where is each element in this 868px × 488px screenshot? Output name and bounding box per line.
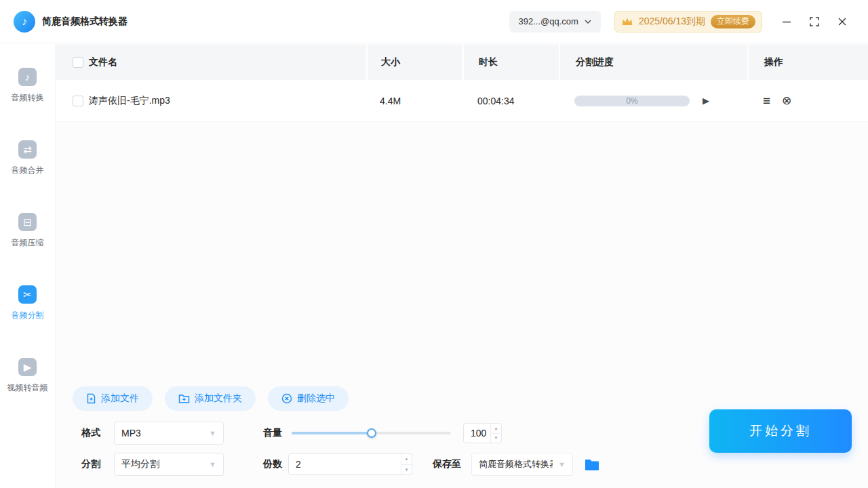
format-value: MP3 bbox=[121, 428, 141, 439]
window-controls bbox=[781, 16, 848, 27]
progress-bar: 0% bbox=[574, 96, 690, 106]
title-bar: ♪ 简鹿音频格式转换器 392...@qq.com 2025/06/13到期 立… bbox=[0, 0, 868, 43]
delete-selected-label: 删除选中 bbox=[297, 392, 335, 405]
sidebar-item-label: 音频压缩 bbox=[12, 237, 44, 249]
chevron-down-icon bbox=[585, 20, 591, 24]
file-size: 4.4M bbox=[380, 96, 401, 106]
account-dropdown[interactable]: 392...@qq.com bbox=[509, 11, 601, 33]
chevron-down-icon: ▼ bbox=[558, 460, 566, 468]
menu-icon[interactable]: ≡ bbox=[763, 94, 770, 108]
sidebar-item-label: 视频转音频 bbox=[7, 382, 48, 394]
spinner-up-icon[interactable]: ▲ bbox=[401, 454, 412, 464]
close-button[interactable] bbox=[837, 16, 848, 27]
volume-slider-fill bbox=[292, 432, 372, 434]
music-note-icon: ♪ bbox=[18, 68, 37, 86]
add-folder-label: 添加文件夹 bbox=[195, 392, 242, 405]
file-duration: 00:04:34 bbox=[477, 96, 515, 106]
volume-label: 音量 bbox=[263, 427, 282, 439]
compress-icon: ⊟ bbox=[18, 213, 37, 231]
renew-button[interactable]: 立即续费 bbox=[711, 15, 755, 28]
sidebar-item-label: 音频合并 bbox=[12, 165, 44, 176]
parts-input[interactable] bbox=[289, 454, 412, 474]
circle-x-icon bbox=[281, 393, 292, 404]
volume-spinner: ▲ ▼ bbox=[490, 424, 501, 443]
column-header-size: 大小 bbox=[381, 56, 400, 68]
sidebar-item-audio-split[interactable]: ✂ 音频分割 bbox=[12, 285, 44, 321]
add-file-label: 添加文件 bbox=[101, 392, 139, 405]
minimize-button[interactable] bbox=[781, 16, 792, 27]
add-file-button[interactable]: 添加文件 bbox=[73, 386, 153, 411]
spinner-down-icon[interactable]: ▼ bbox=[491, 433, 501, 443]
parts-spinner: ▲ ▼ bbox=[401, 454, 412, 474]
folder-icon bbox=[585, 459, 599, 470]
column-header-actions: 操作 bbox=[764, 56, 783, 68]
crown-icon bbox=[621, 17, 633, 26]
browse-folder-button[interactable] bbox=[585, 459, 599, 470]
sidebar-item-audio-convert[interactable]: ♪ 音频转换 bbox=[12, 68, 44, 104]
sidebar-item-label: 音频转换 bbox=[12, 92, 44, 104]
select-all-checkbox[interactable] bbox=[73, 57, 83, 68]
parts-label: 份数 bbox=[263, 458, 282, 470]
settings-row-1: 格式 MP3 ▼ 音量 ▲ ▼ bbox=[81, 422, 502, 445]
column-header-progress: 分割进度 bbox=[576, 56, 614, 68]
main-content: 文件名 大小 时长 分割进度 操作 涛声依旧-毛宁.mp3 4.4M 00:04… bbox=[56, 43, 868, 488]
merge-arrows-icon: ⇄ bbox=[18, 140, 37, 159]
save-to-select[interactable]: 简鹿音频格式转换器 ▼ bbox=[471, 453, 573, 476]
row-checkbox[interactable] bbox=[73, 96, 83, 106]
play-icon[interactable]: ▶ bbox=[703, 96, 709, 106]
spinner-down-icon[interactable]: ▼ bbox=[401, 464, 412, 475]
sidebar-item-label: 音频分割 bbox=[12, 310, 44, 321]
split-mode-label: 分割 bbox=[81, 458, 100, 470]
save-to-value: 简鹿音频格式转换器 bbox=[479, 458, 553, 470]
vip-badge: 2025/06/13到期 立即续费 bbox=[614, 11, 762, 33]
toolbar: 添加文件 添加文件夹 删除选中 bbox=[73, 386, 349, 411]
video-play-icon: ▶ bbox=[18, 358, 37, 376]
app-title: 简鹿音频格式转换器 bbox=[42, 16, 127, 28]
settings-row-2: 分割 平均分割 ▼ 份数 ▲ ▼ 保存至 简鹿音频格式转换器 ▼ bbox=[81, 453, 599, 476]
split-mode-select[interactable]: 平均分割 ▼ bbox=[114, 453, 224, 476]
delete-selected-button[interactable]: 删除选中 bbox=[268, 386, 349, 411]
folder-plus-icon bbox=[178, 394, 190, 404]
start-split-button[interactable]: 开始分割 bbox=[709, 409, 852, 453]
vip-expiry-text: 2025/06/13到期 bbox=[639, 16, 705, 28]
file-plus-icon bbox=[86, 393, 96, 404]
column-header-duration: 时长 bbox=[479, 56, 498, 68]
parts-input-wrap: ▲ ▼ bbox=[288, 453, 412, 475]
remove-file-icon[interactable]: ⊗ bbox=[782, 94, 791, 108]
file-name: 涛声依旧-毛宁.mp3 bbox=[89, 95, 170, 107]
sidebar-item-video-to-audio[interactable]: ▶ 视频转音频 bbox=[7, 358, 48, 394]
app-window: ♪ 简鹿音频格式转换器 392...@qq.com 2025/06/13到期 立… bbox=[0, 0, 868, 488]
progress-text: 0% bbox=[574, 96, 690, 106]
column-header-name: 文件名 bbox=[89, 56, 117, 68]
format-select[interactable]: MP3 ▼ bbox=[114, 422, 224, 445]
volume-input-wrap: ▲ ▼ bbox=[463, 423, 502, 443]
sidebar-item-audio-merge[interactable]: ⇄ 音频合并 bbox=[12, 140, 44, 176]
sidebar: ♪ 音频转换 ⇄ 音频合并 ⊟ 音频压缩 ✂ 音频分割 ▶ 视频转音频 bbox=[0, 43, 56, 488]
scissors-icon: ✂ bbox=[18, 285, 37, 304]
spinner-up-icon[interactable]: ▲ bbox=[491, 424, 501, 433]
volume-slider[interactable] bbox=[292, 432, 451, 434]
split-mode-value: 平均分割 bbox=[121, 458, 159, 470]
add-folder-button[interactable]: 添加文件夹 bbox=[165, 386, 256, 411]
table-header: 文件名 大小 时长 分割进度 操作 bbox=[56, 45, 868, 80]
save-to-label: 保存至 bbox=[433, 458, 461, 470]
account-email: 392...@qq.com bbox=[519, 16, 578, 26]
format-label: 格式 bbox=[81, 427, 100, 439]
table-row: 涛声依旧-毛宁.mp3 4.4M 00:04:34 0% ▶ ≡ ⊗ bbox=[56, 80, 868, 122]
chevron-down-icon: ▼ bbox=[209, 429, 216, 437]
volume-slider-thumb[interactable] bbox=[367, 428, 376, 438]
chevron-down-icon: ▼ bbox=[209, 460, 216, 468]
maximize-button[interactable] bbox=[809, 16, 820, 27]
app-logo-icon: ♪ bbox=[14, 11, 35, 33]
sidebar-item-audio-compress[interactable]: ⊟ 音频压缩 bbox=[12, 213, 44, 249]
